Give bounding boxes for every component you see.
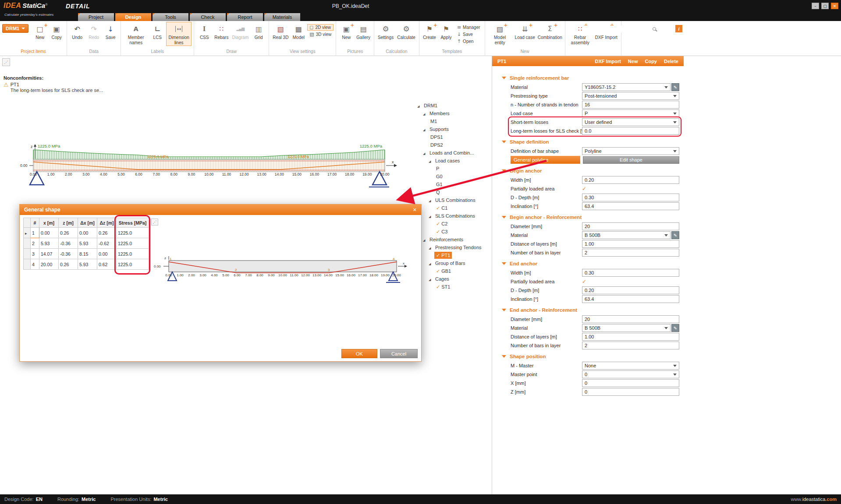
calculate-button[interactable]: Calculate <box>396 22 417 41</box>
tab-materials[interactable]: Materials <box>264 13 300 21</box>
new-picture-button[interactable]: New <box>338 22 354 41</box>
section-header-begin-anchor[interactable]: Begin anchor <box>492 166 684 176</box>
section-header-shape-position[interactable]: Shape position <box>492 352 684 361</box>
tree-item-prestressing-tendons[interactable]: Prestressing Tendons <box>415 243 493 251</box>
settings-button[interactable]: Settings <box>376 22 395 41</box>
definition-of-bar-shape-dropdown[interactable]: Polyline <box>582 147 679 155</box>
lcs-button[interactable]: LCS <box>149 22 165 41</box>
col-header-stress[interactable]: Stress [MPa] <box>117 218 149 228</box>
tree-item-c2[interactable]: C2 <box>415 220 493 228</box>
master-point-dropdown[interactable]: 0 <box>582 370 679 378</box>
expander-icon[interactable] <box>417 103 422 109</box>
row-selector-cell[interactable] <box>24 238 31 249</box>
tree-item-dps2[interactable]: DPS2 <box>415 141 493 149</box>
col-header-x[interactable]: x [m] <box>39 218 59 228</box>
template-save-button[interactable]: Save <box>455 31 483 38</box>
distance-of-layers-m-input[interactable]: 1.00 <box>582 333 679 341</box>
inclination-input[interactable]: 63.4 <box>582 202 679 210</box>
section-header-single-reinforcement-bar[interactable]: Single reinforcement bar <box>492 73 684 83</box>
tree-item-members[interactable]: Members <box>415 109 493 117</box>
tree-item-g1[interactable]: G1 <box>415 180 493 188</box>
search-icon[interactable] <box>653 27 656 31</box>
expander-icon[interactable] <box>423 237 428 243</box>
row-selector-cell[interactable] <box>24 249 31 259</box>
partially-loaded-area-checkbox[interactable] <box>582 278 586 285</box>
expander-icon[interactable] <box>423 127 428 132</box>
new-action[interactable]: New <box>628 59 638 64</box>
inclination-input[interactable]: 63.4 <box>582 295 679 303</box>
edit-material-button[interactable] <box>671 324 679 332</box>
shape-cell[interactable]: 4 <box>31 259 39 270</box>
number-of-bars-in-layer-input[interactable]: 2 <box>582 342 679 349</box>
tab-report[interactable]: Report <box>227 13 263 21</box>
expander-icon[interactable] <box>429 245 433 250</box>
tree-item-load-cases[interactable]: Load cases <box>415 157 493 165</box>
ok-button[interactable]: OK <box>341 349 377 358</box>
tree-item-st1[interactable]: ST1 <box>415 283 493 291</box>
redo-button[interactable]: Redo <box>86 22 102 41</box>
delete-action[interactable]: Delete <box>664 59 678 64</box>
checked-icon[interactable] <box>436 221 440 227</box>
shape-point-row[interactable]: 420.000.265.930.621225.0 <box>24 259 149 270</box>
shape-cell[interactable]: 5.93 <box>78 259 97 270</box>
diameter-mm-input[interactable]: 20 <box>582 315 679 323</box>
d-depth-m-input[interactable]: 0.30 <box>582 194 679 201</box>
shape-cell[interactable]: 2 <box>31 238 39 249</box>
n-number-of-strands-in-tendon-input[interactable]: 16 <box>582 101 679 109</box>
minimize-button[interactable] <box>812 3 819 9</box>
shape-point-row[interactable]: 25.93-0.365.93-0.621225.0 <box>24 238 149 249</box>
project-item-selector[interactable]: DRM1 <box>2 24 28 33</box>
material-dropdown[interactable]: B 500B <box>582 324 671 332</box>
tree-item-q[interactable]: Q <box>415 188 493 196</box>
expander-icon[interactable] <box>423 150 428 156</box>
cancel-button[interactable]: Cancel <box>380 349 418 358</box>
model-entity-button[interactable]: Model entity <box>487 22 513 46</box>
shape-cell[interactable]: 8.15 <box>78 249 97 259</box>
tree-item-pt1[interactable]: PT1 <box>415 251 493 259</box>
copy-action[interactable]: Copy <box>645 59 657 64</box>
apply-template-button[interactable]: Apply <box>438 22 454 41</box>
table-expand-button[interactable] <box>151 219 158 226</box>
z-mm-input[interactable]: 0 <box>582 388 679 396</box>
shape-cell[interactable]: 0.00 <box>39 228 59 238</box>
shape-cell[interactable]: 1225.0 <box>117 238 149 249</box>
css-button[interactable]: CSS <box>196 22 212 41</box>
shape-cell[interactable]: 20.00 <box>39 259 59 270</box>
shape-cell[interactable]: 1 <box>31 228 39 238</box>
edit-material-button[interactable] <box>671 83 679 91</box>
real-3d-button[interactable]: Real 3D <box>271 22 290 41</box>
col-header-dx[interactable]: Δx [m] <box>78 218 97 228</box>
shape-cell[interactable]: 0.62 <box>97 259 117 270</box>
rebars-button[interactable]: Rebars <box>213 22 230 41</box>
dialog-title-bar[interactable]: General shape <box>20 204 421 215</box>
tree-item-cages[interactable]: Cages <box>415 275 493 283</box>
edit-shape-button[interactable]: Edit shape <box>583 156 679 164</box>
shape-cell[interactable]: 1225.0 <box>117 259 149 270</box>
tree-item-gb1[interactable]: GB1 <box>415 267 493 275</box>
info-button[interactable]: i <box>675 25 682 32</box>
tree-item-p[interactable]: P <box>415 165 493 173</box>
maximize-button[interactable] <box>821 3 829 9</box>
checked-icon[interactable] <box>436 268 440 274</box>
tree-item-supports[interactable]: Supports <box>415 125 493 133</box>
shape-cell[interactable]: 0.26 <box>59 259 78 270</box>
d-depth-m-input[interactable]: 0.20 <box>582 286 679 294</box>
section-header-end-anchor-reinforcement[interactable]: End anchor - Reinforcement <box>492 305 684 315</box>
view-3d-button[interactable]: 3D view <box>307 31 334 38</box>
checked-icon[interactable] <box>436 229 440 235</box>
section-header-begin-anchor-reinforcement[interactable]: Begin anchor - Reinforcement <box>492 212 684 222</box>
shape-point-row[interactable]: 314.07-0.368.150.001225.0 <box>24 249 149 259</box>
distance-of-layers-m-input[interactable]: 1.00 <box>582 240 679 248</box>
expander-icon[interactable] <box>429 261 433 266</box>
expander-icon[interactable] <box>429 197 433 203</box>
member-names-button[interactable]: Member names <box>123 22 149 46</box>
row-selector-cell[interactable] <box>24 228 31 238</box>
shape-cell[interactable]: 5.93 <box>39 238 59 249</box>
model-canvas[interactable]: Nonconformities: PT1 The long-term loses… <box>0 56 492 494</box>
checked-icon[interactable] <box>436 205 440 211</box>
tab-check[interactable]: Check <box>190 13 226 21</box>
expand-panel-button[interactable] <box>2 58 10 66</box>
load-case-button[interactable]: Load case <box>514 22 536 41</box>
template-manager-button[interactable]: Manager <box>455 24 483 31</box>
shape-cell[interactable]: 5.93 <box>78 238 97 249</box>
